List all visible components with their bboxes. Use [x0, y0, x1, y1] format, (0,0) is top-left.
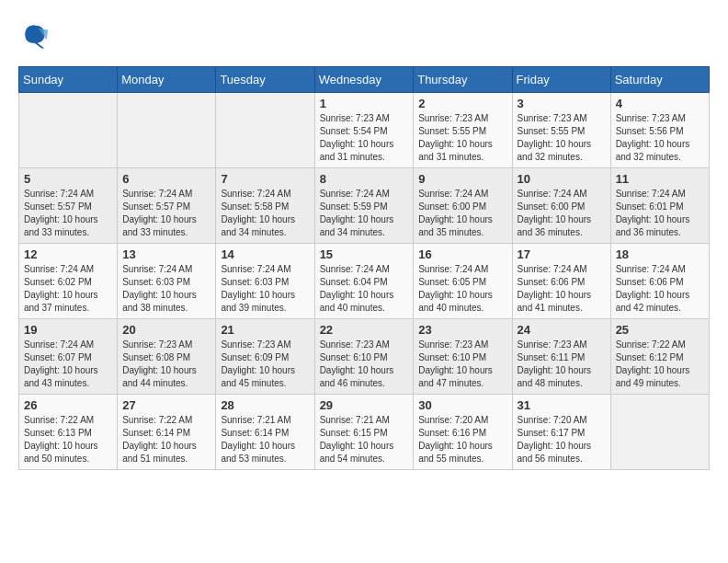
calendar-cell: 9Sunrise: 7:24 AM Sunset: 6:00 PM Daylig… — [414, 168, 512, 244]
day-number: 9 — [418, 172, 506, 186]
day-number: 24 — [518, 323, 606, 337]
weekday-header: Sunday — [19, 67, 118, 93]
day-info: Sunrise: 7:21 AM Sunset: 6:15 PM Dayligh… — [320, 414, 409, 465]
day-number: 29 — [320, 398, 409, 412]
day-info: Sunrise: 7:24 AM Sunset: 6:03 PM Dayligh… — [122, 263, 210, 315]
calendar-cell: 29Sunrise: 7:21 AM Sunset: 6:15 PM Dayli… — [314, 395, 414, 470]
calendar-cell — [610, 395, 709, 470]
day-info: Sunrise: 7:23 AM Sunset: 6:08 PM Dayligh… — [122, 339, 210, 390]
calendar-cell — [19, 93, 118, 168]
day-number: 15 — [320, 247, 409, 261]
weekday-header-row: SundayMondayTuesdayWednesdayThursdayFrid… — [19, 67, 710, 93]
weekday-header: Wednesday — [314, 67, 414, 93]
calendar-week-row: 1Sunrise: 7:23 AM Sunset: 5:54 PM Daylig… — [19, 93, 710, 168]
day-number: 19 — [24, 323, 112, 337]
calendar-cell: 31Sunrise: 7:20 AM Sunset: 6:17 PM Dayli… — [512, 395, 610, 470]
day-info: Sunrise: 7:24 AM Sunset: 6:03 PM Dayligh… — [221, 263, 309, 315]
weekday-header: Monday — [118, 67, 216, 93]
calendar-cell: 16Sunrise: 7:24 AM Sunset: 6:05 PM Dayli… — [414, 244, 512, 319]
day-number: 17 — [518, 247, 606, 261]
day-info: Sunrise: 7:22 AM Sunset: 6:13 PM Dayligh… — [24, 414, 112, 465]
calendar-cell: 13Sunrise: 7:24 AM Sunset: 6:03 PM Dayli… — [118, 244, 216, 319]
day-info: Sunrise: 7:23 AM Sunset: 6:10 PM Dayligh… — [418, 339, 506, 390]
day-number: 1 — [320, 97, 409, 110]
day-number: 22 — [320, 323, 409, 337]
day-info: Sunrise: 7:21 AM Sunset: 6:14 PM Dayligh… — [221, 414, 309, 465]
calendar-cell: 4Sunrise: 7:23 AM Sunset: 5:56 PM Daylig… — [610, 93, 709, 168]
day-number: 14 — [221, 247, 309, 261]
day-info: Sunrise: 7:20 AM Sunset: 6:17 PM Dayligh… — [518, 414, 606, 465]
day-number: 7 — [221, 172, 309, 186]
day-info: Sunrise: 7:24 AM Sunset: 5:59 PM Dayligh… — [320, 188, 409, 239]
day-number: 12 — [24, 247, 112, 261]
calendar-cell: 24Sunrise: 7:23 AM Sunset: 6:11 PM Dayli… — [512, 319, 610, 395]
day-number: 28 — [221, 398, 309, 412]
day-number: 2 — [418, 97, 506, 110]
calendar-week-row: 26Sunrise: 7:22 AM Sunset: 6:13 PM Dayli… — [19, 395, 710, 470]
page-header — [18, 18, 710, 52]
day-info: Sunrise: 7:22 AM Sunset: 6:14 PM Dayligh… — [122, 414, 210, 465]
day-number: 26 — [24, 398, 112, 412]
day-info: Sunrise: 7:23 AM Sunset: 5:56 PM Dayligh… — [616, 112, 704, 164]
calendar-week-row: 19Sunrise: 7:24 AM Sunset: 6:07 PM Dayli… — [19, 319, 710, 395]
day-number: 31 — [518, 398, 606, 412]
calendar-cell: 30Sunrise: 7:20 AM Sunset: 6:16 PM Dayli… — [414, 395, 512, 470]
logo-icon — [18, 18, 51, 52]
day-info: Sunrise: 7:24 AM Sunset: 5:58 PM Dayligh… — [221, 188, 309, 239]
day-number: 25 — [616, 323, 704, 337]
calendar-cell: 12Sunrise: 7:24 AM Sunset: 6:02 PM Dayli… — [19, 244, 118, 319]
calendar-cell: 2Sunrise: 7:23 AM Sunset: 5:55 PM Daylig… — [414, 93, 512, 168]
day-info: Sunrise: 7:24 AM Sunset: 6:04 PM Dayligh… — [320, 263, 409, 315]
day-info: Sunrise: 7:24 AM Sunset: 6:02 PM Dayligh… — [24, 263, 112, 315]
day-info: Sunrise: 7:24 AM Sunset: 5:57 PM Dayligh… — [122, 188, 210, 239]
calendar-cell — [216, 93, 314, 168]
day-number: 23 — [418, 323, 506, 337]
weekday-header: Tuesday — [216, 67, 314, 93]
day-number: 21 — [221, 323, 309, 337]
day-number: 11 — [616, 172, 704, 186]
calendar-cell: 23Sunrise: 7:23 AM Sunset: 6:10 PM Dayli… — [414, 319, 512, 395]
day-info: Sunrise: 7:24 AM Sunset: 5:57 PM Dayligh… — [24, 188, 112, 239]
day-info: Sunrise: 7:24 AM Sunset: 6:00 PM Dayligh… — [418, 188, 506, 239]
calendar-cell — [118, 93, 216, 168]
calendar-cell: 19Sunrise: 7:24 AM Sunset: 6:07 PM Dayli… — [19, 319, 118, 395]
day-number: 16 — [418, 247, 506, 261]
calendar-cell: 26Sunrise: 7:22 AM Sunset: 6:13 PM Dayli… — [19, 395, 118, 470]
day-info: Sunrise: 7:24 AM Sunset: 6:06 PM Dayligh… — [616, 263, 704, 315]
logo — [18, 18, 57, 52]
day-info: Sunrise: 7:20 AM Sunset: 6:16 PM Dayligh… — [418, 414, 506, 465]
day-number: 8 — [320, 172, 409, 186]
day-info: Sunrise: 7:24 AM Sunset: 6:07 PM Dayligh… — [24, 339, 112, 390]
calendar-cell: 18Sunrise: 7:24 AM Sunset: 6:06 PM Dayli… — [610, 244, 709, 319]
day-info: Sunrise: 7:23 AM Sunset: 6:09 PM Dayligh… — [221, 339, 309, 390]
calendar-cell: 25Sunrise: 7:22 AM Sunset: 6:12 PM Dayli… — [610, 319, 709, 395]
day-info: Sunrise: 7:24 AM Sunset: 6:00 PM Dayligh… — [518, 188, 606, 239]
calendar-cell: 7Sunrise: 7:24 AM Sunset: 5:58 PM Daylig… — [216, 168, 314, 244]
day-info: Sunrise: 7:23 AM Sunset: 5:55 PM Dayligh… — [518, 112, 606, 164]
day-number: 27 — [122, 398, 210, 412]
calendar-cell: 27Sunrise: 7:22 AM Sunset: 6:14 PM Dayli… — [118, 395, 216, 470]
day-info: Sunrise: 7:23 AM Sunset: 6:10 PM Dayligh… — [320, 339, 409, 390]
day-info: Sunrise: 7:23 AM Sunset: 6:11 PM Dayligh… — [518, 339, 606, 390]
day-number: 20 — [122, 323, 210, 337]
calendar-cell: 6Sunrise: 7:24 AM Sunset: 5:57 PM Daylig… — [118, 168, 216, 244]
day-number: 10 — [518, 172, 606, 186]
calendar-cell: 3Sunrise: 7:23 AM Sunset: 5:55 PM Daylig… — [512, 93, 610, 168]
calendar-cell: 5Sunrise: 7:24 AM Sunset: 5:57 PM Daylig… — [19, 168, 118, 244]
day-info: Sunrise: 7:24 AM Sunset: 6:05 PM Dayligh… — [418, 263, 506, 315]
calendar-cell: 1Sunrise: 7:23 AM Sunset: 5:54 PM Daylig… — [314, 93, 414, 168]
day-number: 13 — [122, 247, 210, 261]
calendar-week-row: 12Sunrise: 7:24 AM Sunset: 6:02 PM Dayli… — [19, 244, 710, 319]
calendar-cell: 22Sunrise: 7:23 AM Sunset: 6:10 PM Dayli… — [314, 319, 414, 395]
day-number: 5 — [24, 172, 112, 186]
calendar-cell: 28Sunrise: 7:21 AM Sunset: 6:14 PM Dayli… — [216, 395, 314, 470]
weekday-header: Friday — [512, 67, 610, 93]
day-info: Sunrise: 7:24 AM Sunset: 6:06 PM Dayligh… — [518, 263, 606, 315]
weekday-header: Thursday — [414, 67, 512, 93]
day-info: Sunrise: 7:23 AM Sunset: 5:54 PM Dayligh… — [320, 112, 409, 164]
calendar-table: SundayMondayTuesdayWednesdayThursdayFrid… — [18, 66, 710, 470]
day-number: 30 — [418, 398, 506, 412]
calendar-cell: 17Sunrise: 7:24 AM Sunset: 6:06 PM Dayli… — [512, 244, 610, 319]
day-number: 4 — [616, 97, 704, 110]
calendar-cell: 15Sunrise: 7:24 AM Sunset: 6:04 PM Dayli… — [314, 244, 414, 319]
